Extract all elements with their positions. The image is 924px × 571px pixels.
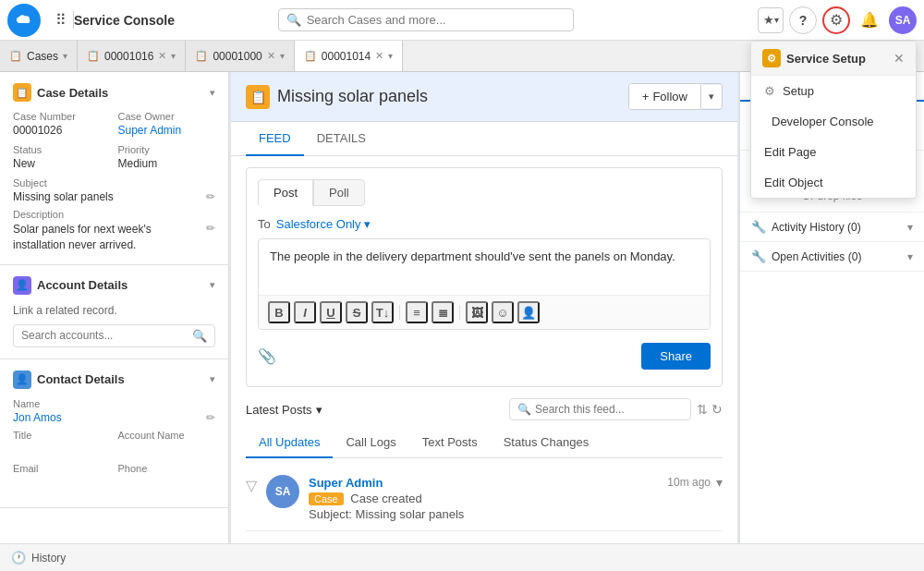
strikethrough-button[interactable]: S	[346, 301, 368, 323]
ordered-list-button[interactable]: ≣	[432, 301, 454, 323]
contact-title-value	[13, 443, 111, 456]
emoji-button[interactable]: ☺	[492, 301, 514, 323]
dropdown-close-button[interactable]: ✕	[894, 51, 905, 66]
tab-dropdown-3[interactable]: ▾	[388, 51, 393, 61]
contact-phone-value	[118, 476, 216, 489]
tab-00001014[interactable]: 📋 00001014 ✕ ▾	[295, 41, 403, 72]
tab-dropdown-1[interactable]: ▾	[171, 51, 176, 61]
account-details-dropdown[interactable]: ▾	[210, 279, 215, 291]
gear-button[interactable]: ⚙	[822, 6, 850, 34]
activity-history-arrow[interactable]: ▾	[907, 221, 913, 234]
filter-all-updates[interactable]: All Updates	[246, 428, 333, 458]
app-switcher[interactable]: ⠿	[48, 11, 74, 29]
account-search-row[interactable]: 🔍	[13, 324, 215, 347]
unordered-list-button[interactable]: ≡	[406, 301, 428, 323]
feed-header: Latest Posts ▾ 🔍 ⇅ ↻	[246, 398, 723, 420]
contact-name-value[interactable]: Jon Amos	[13, 411, 62, 424]
attach-icon[interactable]: 📎	[258, 347, 276, 365]
tab-00001000[interactable]: 📋 00001000 ✕ ▾	[186, 41, 294, 71]
contact-email-value	[13, 476, 111, 489]
share-button[interactable]: Share	[641, 343, 711, 370]
editor-content[interactable]: The people in the delivery department sh…	[259, 239, 710, 295]
post-vote[interactable]: ▽	[246, 475, 257, 521]
contact-name-label: Name	[13, 398, 215, 409]
priority-label: Priority	[118, 144, 216, 155]
account-search-icon: 🔍	[192, 329, 207, 343]
contact-name-edit[interactable]: ✏	[206, 411, 215, 424]
search-input[interactable]	[307, 13, 565, 27]
contact-details-icon: 👤	[13, 371, 31, 389]
case-owner-value[interactable]: Super Admin	[118, 124, 216, 137]
contact-account-label: Account Name	[118, 430, 216, 441]
tab-icon-1: 📋	[87, 50, 100, 62]
description-label: Description	[13, 209, 215, 220]
case-details-title: 📋 Case Details	[13, 83, 108, 102]
format-button[interactable]: T↓	[371, 301, 394, 323]
contact-title-label: Title	[13, 430, 111, 441]
post-tab-post[interactable]: Post	[258, 179, 313, 206]
filter-status-changes[interactable]: Status Changes	[491, 428, 602, 458]
text-editor[interactable]: The people in the delivery department sh…	[258, 238, 711, 330]
dropdown-item-setup[interactable]: ⚙ Setup	[751, 76, 916, 106]
cases-tab-dropdown[interactable]: ▾	[63, 51, 67, 61]
case-title-icon: 📋	[246, 85, 270, 109]
tab-details[interactable]: DETAILS	[304, 122, 379, 156]
contact-details-dropdown[interactable]: ▾	[210, 373, 215, 385]
bell-icon: 🔔	[860, 11, 879, 29]
description-edit-icon[interactable]: ✏	[206, 222, 215, 235]
feed-area: Post Poll To Salesforce Only ▾ The peopl…	[231, 156, 737, 543]
global-search-bar[interactable]: 🔍	[278, 8, 574, 31]
nav-icons: ★▾ ? ⚙ 🔔 SA	[758, 6, 917, 34]
open-activities-row: 🔧 Open Activities (0) ▾	[740, 242, 924, 272]
bell-button[interactable]: 🔔	[856, 6, 883, 34]
avatar[interactable]: SA	[889, 6, 917, 34]
tab-close-2[interactable]: ✕	[267, 50, 275, 62]
help-button[interactable]: ?	[789, 6, 817, 34]
latest-posts-dropdown[interactable]: Latest Posts ▾	[246, 403, 322, 417]
contact-phone-label: Phone	[118, 463, 216, 474]
italic-button[interactable]: I	[294, 301, 316, 323]
wrench-icon-2: 🔧	[751, 249, 766, 263]
dropdown-item-developer-console[interactable]: Developer Console	[751, 106, 916, 137]
bold-button[interactable]: B	[268, 301, 290, 323]
to-value[interactable]: Salesforce Only ▾	[276, 217, 371, 231]
status-value: New	[13, 157, 111, 170]
filter-call-logs[interactable]: Call Logs	[333, 428, 408, 458]
toolbar-sep-2	[459, 305, 460, 320]
dropdown-item-edit-object[interactable]: Edit Object	[751, 167, 916, 198]
favorites-button[interactable]: ★▾	[758, 7, 784, 33]
image-button[interactable]: 🖼	[466, 301, 488, 323]
underline-button[interactable]: U	[320, 301, 342, 323]
feed-search-icon: 🔍	[517, 403, 531, 416]
priority-value: Medium	[118, 157, 216, 170]
open-activities-label: 🔧 Open Activities (0)	[751, 249, 861, 263]
account-search-input[interactable]	[21, 329, 192, 342]
open-activities-arrow[interactable]: ▾	[907, 250, 913, 263]
case-title: Missing solar panels	[277, 87, 428, 106]
salesforce-logo	[7, 4, 41, 37]
filter-text-posts[interactable]: Text Posts	[409, 428, 491, 458]
tab-feed[interactable]: FEED	[246, 122, 304, 156]
case-details-dropdown[interactable]: ▾	[210, 87, 215, 99]
feed-filter-icon[interactable]: ⇅	[697, 402, 708, 417]
follow-dropdown-arrow[interactable]: ▾	[700, 85, 722, 108]
follow-button[interactable]: + Follow	[629, 84, 700, 109]
mention-button[interactable]: 👤	[517, 301, 540, 323]
feed-search-input[interactable]	[535, 403, 683, 416]
tab-close-3[interactable]: ✕	[375, 50, 383, 62]
account-link-text: Link a related record.	[13, 304, 215, 317]
latest-posts-arrow: ▾	[316, 403, 322, 417]
feed-refresh-icon[interactable]: ↻	[711, 402, 723, 417]
tab-00001016[interactable]: 📋 00001016 ✕ ▾	[78, 41, 186, 71]
dropdown-item-edit-page[interactable]: Edit Page	[751, 137, 916, 167]
subject-edit-icon[interactable]: ✏	[206, 190, 215, 203]
post-tab-poll[interactable]: Poll	[313, 179, 365, 206]
post-author[interactable]: Super Admin	[309, 476, 383, 490]
post-menu-icon[interactable]: ▾	[716, 475, 723, 490]
tab-dropdown-2[interactable]: ▾	[280, 51, 285, 61]
gear-icon: ⚙	[830, 11, 843, 29]
feed-search[interactable]: 🔍	[509, 398, 691, 420]
post-subject: Subject: Missing solar panels	[309, 507, 723, 521]
tab-close-1[interactable]: ✕	[158, 50, 166, 62]
tab-cases[interactable]: 📋 Cases ▾	[0, 41, 78, 71]
